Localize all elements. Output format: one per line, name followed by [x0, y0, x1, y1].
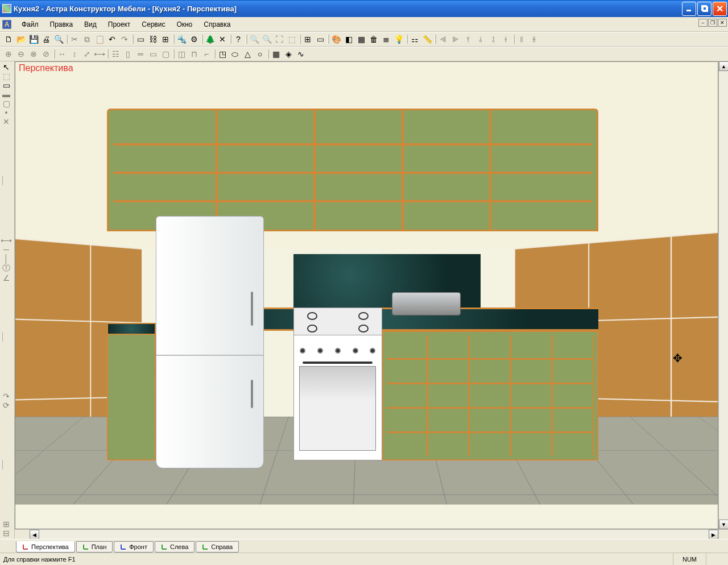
- menu-item[interactable]: Справка: [198, 19, 236, 30]
- delete-icon: ✕: [0, 117, 13, 126]
- view-tab-label: Слева: [170, 543, 188, 550]
- wireframe-icon[interactable]: ▦: [355, 33, 367, 45]
- dim-h-icon: ↔: [56, 48, 68, 60]
- undo-icon[interactable]: ↶: [106, 33, 118, 45]
- view-axis-icon: [82, 543, 89, 550]
- door-icon[interactable]: ▭: [314, 33, 326, 45]
- view-tab[interactable]: Фронт: [114, 541, 154, 552]
- view-tab[interactable]: Перспектива: [16, 541, 75, 552]
- status-resize-grip: [706, 553, 725, 565]
- light-icon[interactable]: 💡: [392, 33, 405, 45]
- align-left-icon: ⫷: [437, 33, 449, 45]
- split-icon: ⊖: [15, 48, 27, 60]
- point-icon: •: [0, 108, 13, 117]
- box3d-icon[interactable]: ◳: [216, 48, 229, 60]
- menu-item[interactable]: Сервис: [136, 19, 171, 30]
- scroll-down-button[interactable]: ▼: [719, 520, 728, 529]
- menu-item[interactable]: Файл: [16, 19, 44, 30]
- window-title: Кухня2 - Астра Конструктор Мебели - [Кух…: [14, 5, 682, 13]
- shelf-icon: ═: [134, 48, 147, 60]
- cylinder-icon[interactable]: ⬭: [229, 48, 241, 60]
- drill-icon[interactable]: ⚙: [188, 33, 200, 45]
- scrollbar-vertical[interactable]: ▲ ▼: [718, 61, 728, 529]
- layers-icon[interactable]: ≣: [380, 33, 392, 45]
- print-icon[interactable]: 🖨: [40, 33, 52, 45]
- curve-icon[interactable]: ∿: [295, 48, 307, 60]
- svg-rect-0: [686, 10, 691, 11]
- wall-icon: ▬: [0, 90, 13, 99]
- sphere-icon[interactable]: ○: [254, 48, 266, 60]
- screw-icon[interactable]: 🔩: [175, 33, 188, 45]
- rect-outline-icon: ▢: [0, 99, 13, 108]
- help-icon[interactable]: ?: [232, 33, 245, 45]
- document-icon[interactable]: А: [2, 20, 11, 29]
- align-bottom-icon: ⫰: [474, 33, 487, 45]
- open-file-icon[interactable]: 📂: [15, 33, 27, 45]
- mdi-close-button[interactable]: ✕: [718, 19, 727, 27]
- view-tabs: ПерспективаПланФронтСлеваСправа: [0, 539, 728, 552]
- minimize-button[interactable]: [682, 2, 696, 16]
- print-preview-icon[interactable]: 🔍: [52, 33, 65, 45]
- shaded-icon[interactable]: ◧: [342, 33, 355, 45]
- status-num-indicator: NUM: [673, 553, 706, 565]
- side-panel-icon: ▯: [122, 48, 134, 60]
- paste-icon: 📋: [93, 33, 106, 45]
- viewport-3d[interactable]: Перспектива: [15, 61, 718, 529]
- toolbar-construction: ⊕⊖⊗⊘↔↕⤢⟷☷▯═▭▢◫⊓⌐◳⬭△○▦◈∿: [0, 47, 728, 61]
- texture-icon[interactable]: ▦: [270, 48, 282, 60]
- rectangle-icon[interactable]: ▭: [0, 81, 13, 90]
- menu-item[interactable]: Проект: [102, 19, 136, 30]
- zoom-region-icon: ⬚: [286, 33, 298, 45]
- align-vcenter-icon: ⫲: [499, 33, 512, 45]
- facade-icon: ▢: [159, 48, 172, 60]
- group-icon[interactable]: ⊞: [159, 33, 172, 45]
- scrollbar-horizontal[interactable]: ◀ ▶: [15, 529, 728, 539]
- construct-icon[interactable]: ⊞: [301, 33, 314, 45]
- zoom-in-icon: 🔍: [248, 33, 260, 45]
- menu-item[interactable]: Окно: [171, 19, 198, 30]
- status-help-text: Для справки нажмите F1: [3, 556, 673, 563]
- back-panel-icon: ▭: [147, 48, 159, 60]
- edge-icon: ⌐: [200, 48, 213, 60]
- scroll-left-button[interactable]: ◀: [30, 530, 39, 539]
- assembly-icon[interactable]: ⚏: [408, 33, 421, 45]
- pointer-icon[interactable]: ↖: [0, 63, 13, 72]
- close-x-icon[interactable]: ✕: [216, 33, 229, 45]
- grid-icon: ⊟: [0, 529, 13, 538]
- maximize-button[interactable]: [697, 2, 712, 16]
- view-tab[interactable]: Слева: [155, 541, 195, 552]
- scroll-up-button[interactable]: ▲: [719, 61, 728, 71]
- menu-item[interactable]: Вид: [78, 19, 102, 30]
- scene-3d: ✥: [15, 62, 718, 529]
- structure-icon: ☷: [109, 48, 122, 60]
- mdi-minimize-button[interactable]: –: [698, 19, 708, 27]
- view-tab[interactable]: Справа: [196, 541, 239, 552]
- scroll-right-button[interactable]: ▶: [709, 530, 718, 539]
- materials-rainbow-icon[interactable]: 🎨: [330, 33, 342, 45]
- view-axis-icon: [22, 543, 29, 550]
- distribute-v-icon: ⫵: [528, 33, 540, 45]
- tree-icon[interactable]: 🌲: [204, 33, 216, 45]
- measure-icon[interactable]: 📏: [421, 33, 433, 45]
- trash-icon[interactable]: 🗑: [367, 33, 380, 45]
- align-top-icon: ⫯: [462, 33, 474, 45]
- toolbar-separator: [0, 282, 3, 392]
- zoom-out-icon: 🔍: [260, 33, 273, 45]
- material-icon[interactable]: ◈: [282, 48, 295, 60]
- app-icon: [2, 4, 11, 13]
- align-hcenter-icon: ⫱: [487, 33, 499, 45]
- cone-icon[interactable]: △: [241, 48, 254, 60]
- view-tab-label: План: [92, 543, 107, 550]
- view-tab[interactable]: План: [76, 541, 113, 552]
- dim-icon: ⟷: [93, 48, 106, 60]
- close-button[interactable]: ✕: [713, 2, 727, 16]
- move-cursor-icon: ✥: [673, 351, 682, 365]
- dim-v-icon: ↕: [68, 48, 81, 60]
- panel-icon[interactable]: ▭: [134, 33, 147, 45]
- menu-item[interactable]: Правка: [44, 19, 79, 30]
- mdi-restore-button[interactable]: ❐: [708, 19, 717, 27]
- new-file-icon[interactable]: 🗋: [2, 33, 15, 45]
- link-icon[interactable]: ⛓: [147, 33, 159, 45]
- save-icon[interactable]: 💾: [27, 33, 40, 45]
- toolbar-main: 🗋📂💾🖨🔍✂⧉📋↶↷▭⛓⊞🔩⚙🌲✕?🔍🔍⛶⬚⊞▭🎨◧▦🗑≣💡⚏📏⫷⫸⫯⫰⫱⫲⫴⫵: [0, 32, 728, 47]
